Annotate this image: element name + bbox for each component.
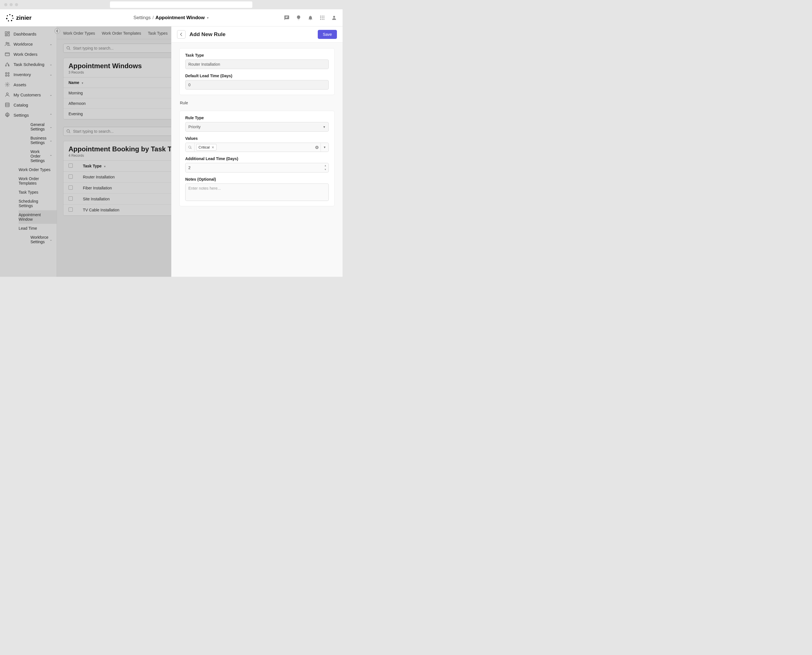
svg-point-9 xyxy=(324,16,324,17)
tag-critical[interactable]: Critical ✕ xyxy=(196,144,217,151)
svg-point-2 xyxy=(12,18,14,19)
traffic-light-min[interactable] xyxy=(9,3,13,6)
additional-lead-stepper[interactable]: 2 ▲▼ xyxy=(185,163,329,172)
rule-type-label: Rule Type xyxy=(185,115,329,120)
traffic-light-close[interactable] xyxy=(4,3,7,6)
values-multiselect[interactable]: Critical ✕ ▼ xyxy=(185,143,329,152)
task-info-section: Task Type Router Installation Default Le… xyxy=(179,48,335,95)
breadcrumb-dropdown-icon[interactable]: ▼ xyxy=(206,16,209,20)
bell-icon[interactable] xyxy=(308,15,313,21)
search-icon xyxy=(185,143,194,152)
rule-type-select[interactable]: Priority ▼ xyxy=(185,122,329,132)
svg-point-11 xyxy=(322,17,322,18)
svg-point-6 xyxy=(7,15,8,16)
notes-textarea[interactable]: Enter notes here... xyxy=(185,183,329,201)
task-type-input[interactable]: Router Installation xyxy=(185,60,329,69)
brand-text: zinier xyxy=(16,14,32,21)
breadcrumb-root[interactable]: Settings xyxy=(133,15,151,21)
task-type-label: Task Type xyxy=(185,53,329,57)
svg-point-8 xyxy=(322,16,322,17)
svg-point-15 xyxy=(324,19,324,20)
default-lead-label: Default Lead Time (Days) xyxy=(185,74,329,78)
panel-title: Add New Rule xyxy=(190,31,226,37)
svg-point-4 xyxy=(8,20,9,22)
svg-point-12 xyxy=(324,17,324,18)
svg-point-16 xyxy=(333,16,335,18)
save-button[interactable]: Save xyxy=(318,30,337,39)
chevron-down-icon[interactable]: ▼ xyxy=(320,143,328,152)
svg-point-0 xyxy=(9,14,11,15)
additional-lead-label: Additional Lead Time (Days) xyxy=(185,157,329,161)
rule-section-label: Rule xyxy=(180,101,334,105)
lightbulb-icon[interactable] xyxy=(296,15,301,21)
breadcrumb-separator: / xyxy=(153,15,154,21)
browser-chrome xyxy=(0,0,342,9)
chevron-down-icon: ▼ xyxy=(323,125,326,129)
url-bar[interactable] xyxy=(110,2,252,8)
traffic-light-max[interactable] xyxy=(15,3,18,6)
remove-tag-icon[interactable]: ✕ xyxy=(211,145,214,149)
chat-icon[interactable] xyxy=(284,15,290,21)
logo-mark-icon xyxy=(6,14,14,22)
svg-point-1 xyxy=(12,15,13,16)
apps-grid-icon[interactable] xyxy=(319,15,325,21)
rule-section: Rule Type Priority ▼ Values Critical ✕ ▼ xyxy=(179,111,335,206)
svg-point-10 xyxy=(320,17,321,18)
svg-point-3 xyxy=(11,20,12,22)
stepper-buttons[interactable]: ▲▼ xyxy=(322,164,328,172)
step-up-icon: ▲ xyxy=(322,164,328,168)
modal-scrim[interactable] xyxy=(0,26,171,277)
values-label: Values xyxy=(185,136,329,141)
svg-point-13 xyxy=(320,19,321,20)
add-rule-panel: Add New Rule Save Task Type Router Insta… xyxy=(171,26,342,277)
step-down-icon: ▼ xyxy=(322,168,328,172)
svg-point-5 xyxy=(6,18,8,20)
default-lead-input[interactable]: 0 xyxy=(185,80,329,90)
back-button[interactable] xyxy=(177,30,185,38)
user-avatar-icon[interactable] xyxy=(331,15,337,21)
svg-point-14 xyxy=(322,19,322,20)
app-header: zinier Settings / Appointment Window ▼ xyxy=(0,9,342,26)
breadcrumb-current[interactable]: Appointment Window xyxy=(156,15,205,21)
clear-all-icon[interactable] xyxy=(313,145,320,149)
brand-logo[interactable]: zinier xyxy=(6,14,32,22)
breadcrumb: Settings / Appointment Window ▼ xyxy=(133,15,209,21)
svg-point-7 xyxy=(320,16,321,17)
notes-label: Notes (Optional) xyxy=(185,177,329,181)
